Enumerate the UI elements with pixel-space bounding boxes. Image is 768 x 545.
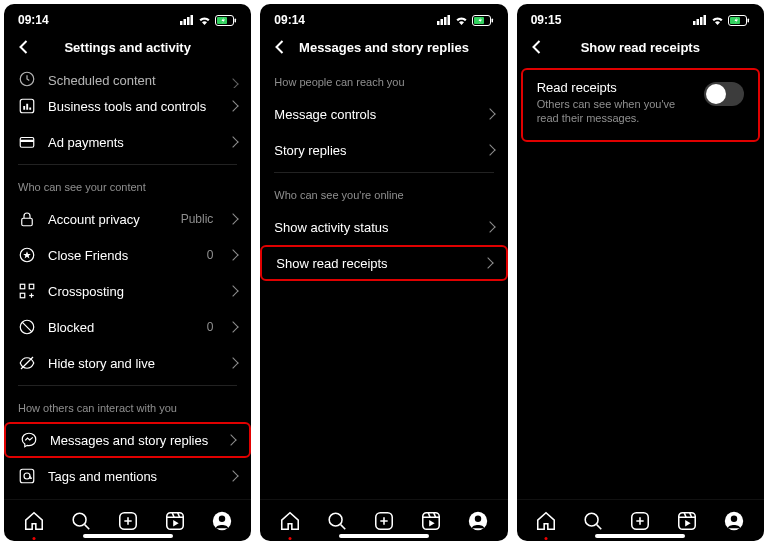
settings-row-tags-and-mentions[interactable]: Tags and mentions	[4, 458, 251, 494]
messenger-icon	[20, 431, 38, 449]
header: Show read receipts	[517, 30, 764, 64]
home-indicator	[339, 534, 429, 538]
svg-point-25	[24, 473, 30, 479]
svg-rect-2	[187, 17, 190, 25]
reels-icon	[164, 510, 186, 532]
section-label: Who can see your content	[4, 169, 251, 201]
svg-rect-38	[440, 19, 443, 25]
svg-rect-40	[447, 15, 450, 25]
settings-row-hide-story-and-live[interactable]: Hide story and live	[4, 345, 251, 381]
page-title: Settings and activity	[4, 40, 251, 55]
svg-rect-61	[747, 18, 749, 22]
home-indicator	[595, 534, 685, 538]
home-icon	[535, 510, 557, 532]
svg-line-27	[84, 524, 89, 529]
settings-row-blocked[interactable]: Blocked0	[4, 309, 251, 345]
search-icon	[582, 510, 604, 532]
header: Settings and activity	[4, 30, 251, 64]
settings-row-message-controls[interactable]: Message controls	[260, 96, 507, 132]
settings-row-show-read-receipts[interactable]: Show read receipts	[260, 245, 507, 281]
nav-home[interactable]	[532, 507, 560, 535]
svg-rect-10	[26, 104, 28, 110]
chevron-right-icon	[228, 100, 239, 111]
row-value: Public	[181, 212, 214, 226]
read-receipts-setting: Read receipts Others can see when you've…	[521, 68, 760, 142]
settings-row-messages-and-story-replies[interactable]: Messages and story replies	[4, 422, 251, 458]
nav-create[interactable]	[114, 507, 142, 535]
credit-card-icon	[18, 133, 36, 151]
section-label: How people can reach you	[260, 64, 507, 96]
row-label: Story replies	[274, 143, 473, 158]
settings-row-close-friends[interactable]: Close Friends0	[4, 237, 251, 273]
svg-rect-0	[180, 21, 183, 25]
content: Read receipts Others can see when you've…	[517, 64, 764, 499]
nav-search[interactable]	[323, 507, 351, 535]
chevron-right-icon	[482, 257, 493, 268]
nav-reels[interactable]	[161, 507, 189, 535]
row-label: Show read receipts	[276, 256, 471, 271]
chevron-right-icon	[228, 78, 239, 88]
settings-row-scheduled-content[interactable]: Scheduled content	[4, 64, 251, 88]
star-circle-icon	[18, 246, 36, 264]
svg-rect-18	[20, 293, 25, 298]
status-time: 09:14	[274, 13, 305, 27]
back-button[interactable]	[525, 35, 549, 59]
nav-home[interactable]	[276, 507, 304, 535]
row-label: Scheduled content	[48, 73, 217, 88]
nav-search[interactable]	[67, 507, 95, 535]
back-button[interactable]	[268, 35, 292, 59]
status-indicators	[437, 15, 494, 26]
wifi-icon	[455, 15, 468, 25]
settings-row-ad-payments[interactable]: Ad payments	[4, 124, 251, 160]
status-bar: 09:15	[517, 10, 764, 30]
nav-create[interactable]	[626, 507, 654, 535]
nav-reels[interactable]	[673, 507, 701, 535]
nav-home[interactable]	[20, 507, 48, 535]
nav-profile[interactable]	[464, 507, 492, 535]
wifi-icon	[711, 15, 724, 25]
nav-create[interactable]	[370, 507, 398, 535]
svg-rect-43	[491, 18, 493, 22]
nav-profile[interactable]	[720, 507, 748, 535]
row-label: Close Friends	[48, 248, 195, 263]
status-indicators	[180, 15, 237, 26]
reels-icon	[420, 510, 442, 532]
chevron-left-icon	[530, 40, 544, 54]
profile-icon	[211, 510, 233, 532]
status-bar: 09:14	[4, 10, 251, 30]
chevron-right-icon	[228, 285, 239, 296]
status-time: 09:15	[531, 13, 562, 27]
row-label: Show activity status	[274, 220, 473, 235]
status-indicators	[693, 15, 750, 26]
settings-row-show-activity-status[interactable]: Show activity status	[260, 209, 507, 245]
phone-messages-settings: 09:14 Messages and story replies How peo…	[260, 4, 507, 541]
svg-rect-13	[20, 140, 34, 142]
chevron-right-icon	[226, 434, 237, 445]
nav-profile[interactable]	[208, 507, 236, 535]
svg-rect-17	[29, 284, 34, 289]
chevron-right-icon	[228, 249, 239, 260]
nav-search[interactable]	[579, 507, 607, 535]
read-receipts-toggle[interactable]	[704, 82, 744, 106]
chevron-right-icon	[228, 321, 239, 332]
svg-line-45	[341, 524, 346, 529]
settings-row-story-replies[interactable]: Story replies	[260, 132, 507, 168]
chevron-right-icon	[228, 470, 239, 481]
svg-rect-67	[679, 512, 696, 529]
home-icon	[279, 510, 301, 532]
row-label: Blocked	[48, 320, 195, 335]
tag-icon	[18, 467, 36, 485]
settings-row-crossposting[interactable]: Crossposting	[4, 273, 251, 309]
back-button[interactable]	[12, 35, 36, 59]
settings-row-account-privacy[interactable]: Account privacyPublic	[4, 201, 251, 237]
settings-row-business-tools-and-controls[interactable]: Business tools and controls	[4, 88, 251, 124]
cellular-icon	[437, 15, 451, 25]
chevron-right-icon	[484, 221, 495, 232]
row-value: 0	[207, 320, 214, 334]
settings-row-comments[interactable]: Comments	[4, 494, 251, 499]
nav-reels[interactable]	[417, 507, 445, 535]
phone-settings: 09:14 Settings and activity Scheduled co…	[4, 4, 251, 541]
phone-read-receipts: 09:15 Show read receipts Read receipts O…	[517, 4, 764, 541]
setting-title: Read receipts	[537, 80, 692, 95]
clock-icon	[18, 70, 36, 88]
